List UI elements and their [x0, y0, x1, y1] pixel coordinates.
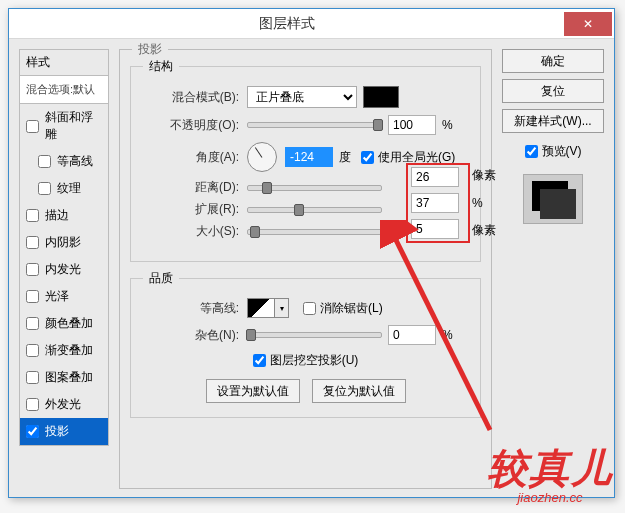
noise-slider[interactable] [247, 332, 382, 338]
center-panel: 投影 结构 混合模式(B): 正片叠底 不透明度(O): % [119, 49, 492, 487]
style-item-gradient-overlay[interactable]: 渐变叠加 [20, 337, 108, 364]
right-panel: 确定 复位 新建样式(W)... 预览(V) [502, 49, 604, 487]
unit-col: 像素 % 像素 [472, 167, 502, 239]
drop-shadow-title: 投影 [132, 41, 168, 58]
style-check-inner-shadow[interactable] [26, 236, 39, 249]
spread-input[interactable] [411, 193, 459, 213]
style-check-outer-glow[interactable] [26, 398, 39, 411]
contour-row: 等高线: ▾ 消除锯齿(L) [141, 298, 470, 318]
style-check-contour[interactable] [38, 155, 51, 168]
size-input[interactable] [411, 219, 459, 239]
style-item-satin[interactable]: 光泽 [20, 283, 108, 310]
style-item-stroke[interactable]: 描边 [20, 202, 108, 229]
angle-input[interactable] [285, 147, 333, 167]
style-check-gradient-overlay[interactable] [26, 344, 39, 357]
contour-label: 等高线: [141, 300, 239, 317]
size-label: 大小(S): [141, 223, 239, 240]
style-check-pattern-overlay[interactable] [26, 371, 39, 384]
style-item-drop-shadow[interactable]: 投影 [20, 418, 108, 445]
style-item-contour[interactable]: 等高线 [20, 148, 108, 175]
noise-unit: % [442, 328, 453, 342]
spread-unit: % [472, 196, 502, 210]
style-item-inner-glow[interactable]: 内发光 [20, 256, 108, 283]
distance-unit: 像素 [472, 167, 502, 184]
opacity-row: 不透明度(O): % [141, 115, 470, 135]
spread-slider[interactable] [247, 207, 382, 213]
blend-mode-row: 混合模式(B): 正片叠底 [141, 86, 470, 108]
layer-style-dialog: 图层样式 ✕ 样式 混合选项:默认 斜面和浮雕 等高线 纹理 描边 内阴影 内发… [8, 8, 615, 498]
distance-slider[interactable] [247, 185, 382, 191]
opacity-input[interactable] [388, 115, 436, 135]
preview-front-icon [540, 189, 576, 219]
spread-label: 扩展(R): [141, 201, 239, 218]
reset-default-button[interactable]: 复位为默认值 [312, 379, 406, 403]
cancel-button[interactable]: 复位 [502, 79, 604, 103]
angle-unit: 度 [339, 149, 351, 166]
style-item-outer-glow[interactable]: 外发光 [20, 391, 108, 418]
size-slider[interactable] [247, 229, 382, 235]
antialias-checkbox[interactable] [303, 302, 316, 315]
distance-label: 距离(D): [141, 179, 239, 196]
preview-row: 预览(V) [502, 143, 604, 160]
styles-header: 样式 [19, 49, 109, 76]
dialog-content: 样式 混合选项:默认 斜面和浮雕 等高线 纹理 描边 内阴影 内发光 光泽 颜色… [9, 39, 614, 497]
style-check-inner-glow[interactable] [26, 263, 39, 276]
noise-label: 杂色(N): [141, 327, 239, 344]
angle-dial[interactable] [247, 142, 277, 172]
ok-button[interactable]: 确定 [502, 49, 604, 73]
size-unit: 像素 [472, 222, 502, 239]
new-style-button[interactable]: 新建样式(W)... [502, 109, 604, 133]
style-check-texture[interactable] [38, 182, 51, 195]
default-buttons-row: 设置为默认值 复位为默认值 [141, 379, 470, 403]
styles-list: 斜面和浮雕 等高线 纹理 描边 内阴影 内发光 光泽 颜色叠加 渐变叠加 图案叠… [19, 104, 109, 446]
style-item-inner-shadow[interactable]: 内阴影 [20, 229, 108, 256]
style-item-pattern-overlay[interactable]: 图案叠加 [20, 364, 108, 391]
styles-panel: 样式 混合选项:默认 斜面和浮雕 等高线 纹理 描边 内阴影 内发光 光泽 颜色… [19, 49, 109, 487]
quality-title: 品质 [143, 270, 179, 287]
distance-input[interactable] [411, 167, 459, 187]
global-light-checkbox[interactable] [361, 151, 374, 164]
noise-row: 杂色(N): % [141, 325, 470, 345]
chevron-down-icon[interactable]: ▾ [275, 298, 289, 318]
preview-label: 预览(V) [542, 143, 582, 160]
style-check-color-overlay[interactable] [26, 317, 39, 330]
style-item-bevel[interactable]: 斜面和浮雕 [20, 104, 108, 148]
opacity-unit: % [442, 118, 453, 132]
blend-mode-select[interactable]: 正片叠底 [247, 86, 357, 108]
style-item-color-overlay[interactable]: 颜色叠加 [20, 310, 108, 337]
preview-checkbox[interactable] [525, 145, 538, 158]
preview-canvas [523, 174, 583, 224]
noise-input[interactable] [388, 325, 436, 345]
style-check-bevel[interactable] [26, 120, 39, 133]
close-icon: ✕ [583, 17, 593, 31]
contour-picker[interactable] [247, 298, 275, 318]
titlebar: 图层样式 ✕ [9, 9, 614, 39]
blend-options-default[interactable]: 混合选项:默认 [19, 76, 109, 104]
knockout-row: 图层挖空投影(U) [141, 352, 470, 369]
close-button[interactable]: ✕ [564, 12, 612, 36]
highlight-inputs-box [406, 163, 470, 243]
structure-group: 结构 混合模式(B): 正片叠底 不透明度(O): % 角度(A): [130, 66, 481, 262]
structure-title: 结构 [143, 58, 179, 75]
knockout-checkbox[interactable] [253, 354, 266, 367]
drop-shadow-fieldset: 投影 结构 混合模式(B): 正片叠底 不透明度(O): % [119, 49, 492, 489]
style-check-satin[interactable] [26, 290, 39, 303]
watermark: 较真儿 jiaozhen.cc [487, 441, 613, 505]
antialias-label: 消除锯齿(L) [320, 300, 383, 317]
knockout-label: 图层挖空投影(U) [270, 352, 359, 369]
style-check-stroke[interactable] [26, 209, 39, 222]
quality-group: 品质 等高线: ▾ 消除锯齿(L) 杂色(N): % [130, 278, 481, 418]
style-check-drop-shadow[interactable] [26, 425, 39, 438]
shadow-color-swatch[interactable] [363, 86, 399, 108]
opacity-label: 不透明度(O): [141, 117, 239, 134]
dialog-title: 图层样式 [9, 15, 564, 33]
blend-mode-label: 混合模式(B): [141, 89, 239, 106]
angle-label: 角度(A): [141, 149, 239, 166]
style-item-texture[interactable]: 纹理 [20, 175, 108, 202]
opacity-slider[interactable] [247, 122, 382, 128]
make-default-button[interactable]: 设置为默认值 [206, 379, 300, 403]
